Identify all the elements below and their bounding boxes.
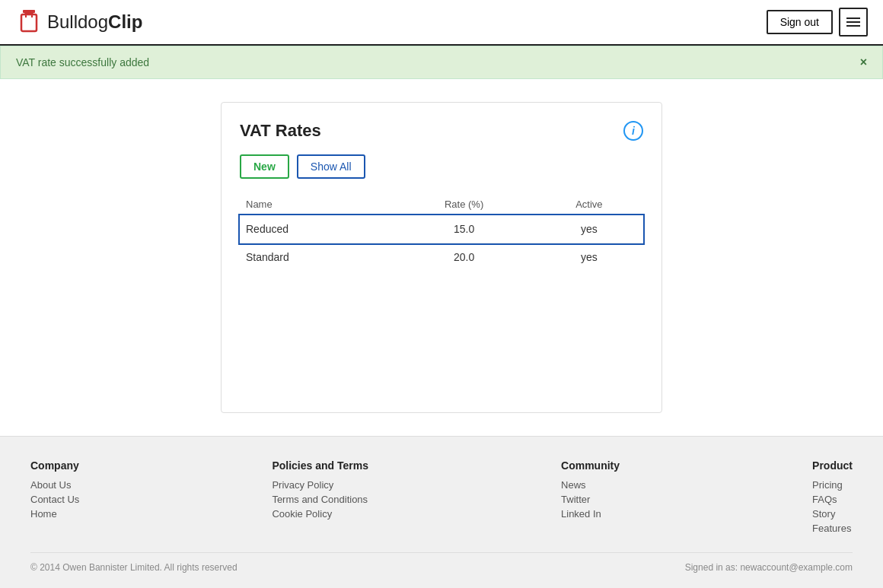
footer-link[interactable]: Pricing <box>812 479 853 491</box>
card-actions: New Show All <box>240 154 643 179</box>
signed-in: Signed in as: newaccount@example.com <box>685 562 853 573</box>
svg-rect-0 <box>23 10 35 13</box>
table-row[interactable]: Reduced15.0yes <box>240 215 643 243</box>
footer-link[interactable]: Terms and Conditions <box>272 494 368 505</box>
info-icon[interactable]: i <box>623 121 643 141</box>
footer-columns: CompanyAbout UsContact UsHomePolicies an… <box>30 459 853 537</box>
row-active: yes <box>535 243 643 272</box>
footer-link[interactable]: Home <box>30 508 79 520</box>
menu-button[interactable] <box>839 8 868 37</box>
footer: CompanyAbout UsContact UsHomePolicies an… <box>0 436 883 588</box>
footer-col-heading: Company <box>30 459 79 472</box>
menu-line-1 <box>846 17 860 19</box>
alert-close-button[interactable]: × <box>860 56 867 69</box>
footer-link[interactable]: FAQs <box>812 494 853 505</box>
footer-col: CompanyAbout UsContact UsHome <box>30 459 79 537</box>
footer-link[interactable]: Contact Us <box>30 494 79 505</box>
logo-text-bold: Clip <box>108 11 142 32</box>
new-button[interactable]: New <box>240 154 289 179</box>
alert-message: VAT rate successfully added <box>16 56 149 68</box>
footer-link[interactable]: News <box>561 479 620 491</box>
footer-link[interactable]: Features <box>812 523 853 534</box>
signout-button[interactable]: Sign out <box>767 10 833 34</box>
menu-line-3 <box>846 25 860 27</box>
footer-col-heading: Product <box>812 459 853 472</box>
row-name: Reduced <box>240 215 394 243</box>
footer-link[interactable]: About Us <box>30 479 79 491</box>
menu-line-2 <box>846 21 860 23</box>
vat-rates-card: VAT Rates i New Show All Name Rate (%) A… <box>221 102 662 413</box>
vat-table: Name Rate (%) Active Reduced15.0yesStand… <box>240 194 643 271</box>
footer-col: Policies and TermsPrivacy PolicyTerms an… <box>272 459 368 537</box>
table-header: Name Rate (%) Active <box>240 194 643 215</box>
row-rate: 15.0 <box>394 215 535 243</box>
footer-link[interactable]: Privacy Policy <box>272 479 368 491</box>
col-header-active: Active <box>535 194 643 215</box>
row-rate: 20.0 <box>394 243 535 272</box>
footer-link[interactable]: Twitter <box>561 494 620 505</box>
svg-rect-2 <box>21 14 37 31</box>
col-header-rate: Rate (%) <box>394 194 535 215</box>
footer-col: ProductPricingFAQsStoryFeatures <box>812 459 853 537</box>
footer-link[interactable]: Cookie Policy <box>272 508 368 520</box>
show-all-button[interactable]: Show All <box>297 154 365 179</box>
success-alert: VAT rate successfully added × <box>0 46 883 79</box>
row-name: Standard <box>240 243 394 272</box>
svg-rect-4 <box>31 10 33 17</box>
col-header-name: Name <box>240 194 394 215</box>
footer-bottom: © 2014 Owen Bannister Limited. All right… <box>30 552 853 573</box>
logo-text-normal: Bulldog <box>47 11 108 32</box>
card-title: VAT Rates <box>240 121 321 141</box>
row-active: yes <box>535 215 643 243</box>
footer-link[interactable]: Linked In <box>561 508 620 520</box>
footer-link[interactable]: Story <box>812 508 853 520</box>
footer-col-heading: Community <box>561 459 620 472</box>
svg-rect-3 <box>25 10 27 17</box>
table-row[interactable]: Standard20.0yes <box>240 243 643 272</box>
card-header: VAT Rates i <box>240 121 643 141</box>
logo: BulldogClip <box>15 8 142 36</box>
logo-text: BulldogClip <box>47 11 142 33</box>
header: BulldogClip Sign out <box>0 0 883 46</box>
footer-col: CommunityNewsTwitterLinked In <box>561 459 620 537</box>
main-content: VAT Rates i New Show All Name Rate (%) A… <box>0 79 883 436</box>
header-actions: Sign out <box>767 8 868 37</box>
footer-col-heading: Policies and Terms <box>272 459 368 472</box>
table-body: Reduced15.0yesStandard20.0yes <box>240 215 643 272</box>
logo-icon <box>15 8 43 36</box>
copyright: © 2014 Owen Bannister Limited. All right… <box>30 562 237 573</box>
